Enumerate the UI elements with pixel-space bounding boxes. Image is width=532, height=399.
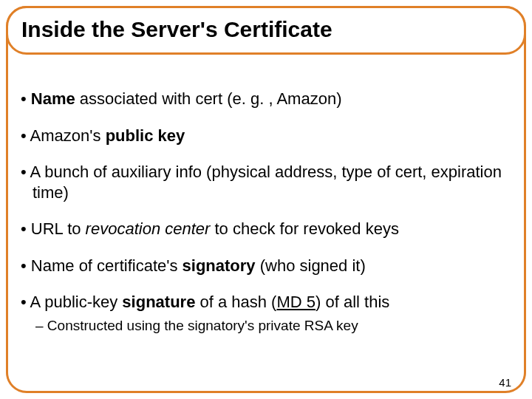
slide-content: Name associated with cert (e. g. , Amazo… bbox=[21, 89, 511, 334]
bullet-signature: A public-key signature of a hash (MD 5) … bbox=[21, 292, 511, 313]
bullet-revocation: URL to revocation center to check for re… bbox=[21, 219, 511, 239]
bullet-aux-info: A bunch of auxiliary info (physical addr… bbox=[21, 162, 511, 202]
bullet-name: Name associated with cert (e. g. , Amazo… bbox=[21, 89, 511, 109]
bullet-signatory: Name of certificate's signatory (who sig… bbox=[21, 256, 511, 276]
slide-title: Inside the Server's Certificate bbox=[21, 17, 511, 42]
page-number: 41 bbox=[499, 376, 511, 389]
bullet-public-key: Amazon's public key bbox=[21, 126, 511, 146]
title-box: Inside the Server's Certificate bbox=[6, 6, 526, 55]
sub-bullet-constructed: Constructed using the signatory's privat… bbox=[21, 317, 511, 335]
